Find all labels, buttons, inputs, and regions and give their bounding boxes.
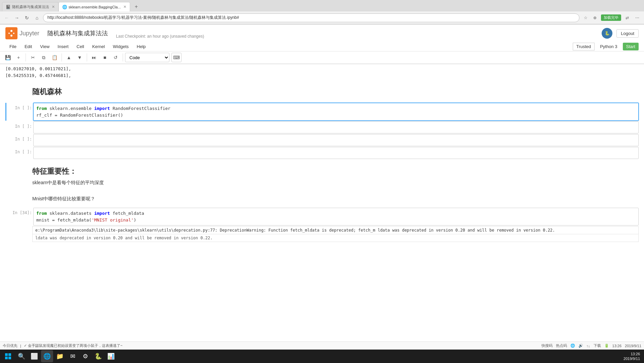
trusted-button[interactable]: Trusted (573, 43, 595, 50)
trusted-badge[interactable]: 加载完毕 (601, 14, 621, 21)
start-menu-button[interactable] (1, 350, 15, 362)
empty-cell1-input[interactable] (34, 122, 638, 133)
empty-cell-2[interactable]: In [ ]: (5, 134, 639, 146)
tab-2[interactable]: 🌐 sklearn.ensemble.BaggingCla... ✕ (58, 2, 130, 11)
taskbar-email[interactable]: ✉ (67, 350, 79, 362)
cell2-line2b: ) (134, 217, 136, 223)
cut-button[interactable]: ✂ (28, 53, 38, 62)
cell1-prompt: In [ ]: (6, 103, 33, 121)
tab-1[interactable]: 📓 随机森林与集成算法法 ✕ (2, 2, 58, 11)
menu-edit[interactable]: Edit (21, 42, 36, 51)
tab2-close[interactable]: ✕ (123, 5, 126, 9)
move-up-button[interactable]: ▲ (64, 53, 74, 62)
cell2-class: fetch_mldata (113, 211, 144, 216)
status-volume: 🔊 (578, 344, 583, 348)
svg-point-1 (10, 35, 12, 37)
cell2-line2a: mnist = fetch_mldata( (36, 217, 91, 223)
move-down-button[interactable]: ▼ (75, 53, 85, 62)
cell2-module: sklearn.datasets (49, 211, 94, 216)
cell1-line2: rf_clf = RandomForestClassifier() (36, 113, 123, 118)
extensions-icon[interactable]: ⊕ (591, 14, 599, 22)
cell-type-select[interactable]: Code Markdown Raw NBConvert (125, 53, 169, 62)
browser-chrome: 📓 随机森林与集成算法法 ✕ 🌐 sklearn.ensemble.Baggin… (0, 0, 644, 25)
taskbar-app1[interactable]: 🐍 (92, 350, 104, 362)
taskbar-right: 13:26 2019/9/11 (623, 352, 643, 361)
sync-icon[interactable]: ⇄ (623, 14, 631, 22)
refresh-button[interactable]: ↻ (23, 14, 31, 22)
start-button[interactable]: Start (623, 43, 639, 50)
status-download: 下载 (594, 343, 601, 348)
empty-cell2-input[interactable] (34, 134, 638, 146)
new-tab-button[interactable]: + (131, 2, 141, 11)
empty-cell3-input[interactable] (34, 147, 638, 159)
status-right: 快搜码 热点码 🌐 🔊 ↑↓ 下载 🔋 13:26 2019/9/11 (541, 343, 641, 348)
empty-cell-3[interactable]: In [ ]: (5, 147, 639, 159)
menu-insert[interactable]: Insert (53, 42, 73, 51)
keyboard-shortcut-button[interactable]: ⌨ (171, 53, 182, 62)
tab2-favicon: 🌐 (62, 5, 67, 9)
jupyter-title-bar: Jupyter 随机森林与集成算法法 Last Checkpoint: an h… (0, 25, 644, 42)
svg-rect-5 (8, 353, 11, 356)
home-button[interactable]: ⌂ (33, 14, 41, 22)
empty-cell2-body[interactable] (33, 134, 639, 146)
cell2-string: 'MNIST original' (91, 217, 133, 223)
menu-help[interactable]: Help (133, 42, 150, 51)
settings-icon[interactable]: ⋯ (633, 14, 641, 22)
menu-cell[interactable]: Cell (73, 42, 88, 51)
status-hotspot: 热点码 (556, 343, 567, 348)
menu-right: Trusted Python 3 Start (573, 43, 639, 50)
bookmark-icon[interactable]: ☆ (581, 14, 590, 22)
status-divider: | (20, 344, 21, 348)
menu-view[interactable]: View (36, 42, 53, 51)
save-button[interactable]: 💾 (3, 53, 13, 62)
taskbar-cortana[interactable]: ⬜ (28, 350, 40, 362)
copy-button[interactable]: ⧉ (39, 53, 49, 62)
tab1-close[interactable]: ✕ (52, 5, 55, 9)
paste-button[interactable]: 📋 (49, 53, 59, 62)
empty-cell3-body[interactable] (33, 147, 639, 159)
toolbar-sep-1 (26, 53, 26, 62)
status-network: 🌐 (570, 344, 575, 348)
taskbar-app2[interactable]: 📊 (105, 350, 117, 362)
empty-cell3-prompt: In [ ]: (6, 147, 33, 159)
taskbar-browser[interactable]: 🌐 (41, 350, 53, 362)
menu-widgets[interactable]: Widgets (109, 42, 133, 51)
cell1-code[interactable]: from sklearn.ensemble import RandomFores… (34, 103, 638, 120)
forward-button[interactable]: → (13, 14, 21, 22)
status-date: 2019/9/11 (625, 344, 641, 348)
run-next-button[interactable]: ⏭ (89, 53, 99, 62)
section1-title: 随机森林 (32, 87, 639, 97)
cell2-body[interactable]: from sklearn.datasets import fetch_mldat… (33, 208, 639, 226)
taskbar-settings[interactable]: ⚙ (79, 350, 91, 362)
python-logo: 🐍 (602, 28, 612, 39)
address-bar: ← → ↻ ⌂ http://localhost:8888/notebooks/… (0, 11, 644, 24)
code-cell-2[interactable]: In [34]: from sklearn.datasets import fe… (5, 208, 639, 226)
back-button[interactable]: ← (3, 14, 11, 22)
taskbar-explorer[interactable]: 📁 (54, 350, 66, 362)
notebook-title[interactable]: 随机森林与集成算法法 (47, 29, 108, 37)
jupyter-header: Jupyter 随机森林与集成算法法 Last Checkpoint: an h… (0, 25, 644, 64)
restart-button[interactable]: ↺ (111, 53, 121, 62)
section1-header: 随机森林 (0, 80, 644, 102)
toolbar-sep-2 (62, 53, 62, 62)
empty-cell1-body[interactable] (33, 121, 639, 133)
status-transfer: ↑↓ (587, 344, 590, 348)
output-line-1: [0.01027010, 0.00117021], (5, 66, 639, 72)
code-cell-1[interactable]: In [ ]: from sklearn.ensemble import Ran… (5, 103, 639, 121)
svg-point-2 (8, 33, 10, 34)
add-cell-button[interactable]: + (13, 53, 24, 62)
stop-button[interactable]: ■ (100, 53, 110, 62)
cell1-body[interactable]: from sklearn.ensemble import RandomFores… (33, 103, 639, 121)
toolbar: 💾 + ✂ ⧉ 📋 ▲ ▼ ⏭ ■ ↺ Code Markdown Raw NB… (0, 51, 644, 64)
empty-cell-1[interactable]: In [ ]: (5, 121, 639, 133)
menu-file[interactable]: File (5, 42, 21, 51)
previous-output-area: [0.01027010, 0.00117021], [0.54255319, 0… (0, 64, 644, 80)
cell2-code[interactable]: from sklearn.datasets import fetch_mldat… (34, 208, 638, 225)
notebook-scroll-area[interactable]: [0.01027010, 0.00117021], [0.54255319, 0… (0, 64, 644, 348)
logout-button[interactable]: Logout (616, 29, 639, 38)
tab1-favicon: 📓 (6, 5, 11, 9)
menu-kernel[interactable]: Kernel (88, 42, 109, 51)
kernel-name: Python 3 (597, 44, 620, 49)
taskbar-search[interactable]: 🔍 (15, 350, 28, 362)
url-bar[interactable]: http://localhost:8888/notebooks/机器学习/机器学… (43, 13, 579, 22)
